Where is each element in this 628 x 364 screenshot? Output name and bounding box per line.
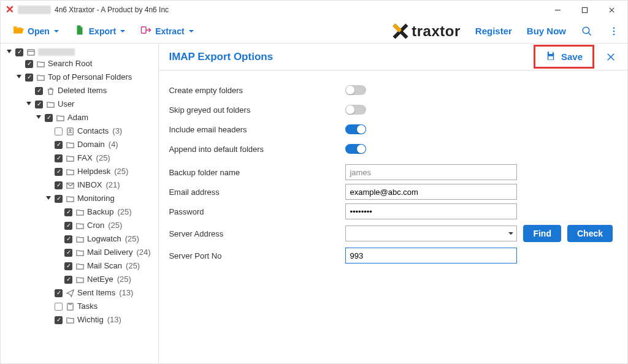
checkbox[interactable] <box>55 141 63 149</box>
sent-icon <box>65 288 75 298</box>
tree-count: (13) <box>107 313 121 327</box>
tree-label: Mail Delivery <box>87 246 132 259</box>
collapse-icon[interactable] <box>6 48 13 56</box>
trash-icon <box>45 86 55 96</box>
export-label: Export <box>89 26 116 36</box>
checkbox[interactable] <box>15 48 23 56</box>
main-panel: IMAP Export Options Save Create empty fo… <box>159 44 627 364</box>
tree-label: User <box>58 97 74 111</box>
buy-now-link[interactable]: Buy Now <box>527 26 566 36</box>
tree-item[interactable]: Adam <box>35 111 157 124</box>
tree-item[interactable]: Top of Personal Folders <box>15 70 157 84</box>
tree-count: (25) <box>125 232 139 246</box>
password-input[interactable] <box>345 203 517 219</box>
tree-item[interactable]: Backup(25) <box>55 205 157 219</box>
tasks-icon <box>65 301 75 311</box>
find-button[interactable]: Find <box>523 225 561 242</box>
server-address-combo[interactable] <box>345 226 517 241</box>
tree-item[interactable]: Logwatch(25) <box>55 232 157 246</box>
tree-item[interactable]: Cron(25) <box>55 219 157 232</box>
tree-item[interactable]: Mail Scan(25) <box>55 259 157 273</box>
tree-label: Sent Items <box>77 286 115 300</box>
tree-item[interactable]: Mail Delivery(24) <box>55 246 157 259</box>
search-button[interactable] <box>581 25 593 37</box>
checkbox[interactable] <box>55 195 63 203</box>
tree-item[interactable]: User <box>25 97 157 111</box>
tree-item[interactable]: FAX(25) <box>45 151 157 165</box>
tree-root[interactable] <box>6 47 157 57</box>
checkbox[interactable] <box>55 316 63 324</box>
tree-label: NetEye <box>87 273 113 286</box>
register-link[interactable]: Register <box>475 26 512 36</box>
checkbox[interactable] <box>55 303 63 311</box>
svg-point-2 <box>583 27 589 34</box>
folder-icon <box>36 59 45 69</box>
save-button[interactable]: Save <box>534 45 594 69</box>
server-port-input[interactable] <box>345 248 517 264</box>
password-label: Password <box>169 207 345 216</box>
collapse-icon[interactable] <box>35 114 42 121</box>
close-window-button[interactable] <box>598 1 625 18</box>
tree-item[interactable]: Domain(4) <box>45 138 157 151</box>
folder-icon <box>75 207 85 217</box>
tree-count: (25) <box>96 151 110 165</box>
checkbox[interactable] <box>35 87 43 95</box>
tree-item[interactable]: INBOX(21) <box>45 178 157 192</box>
panel-title: IMAP Export Options <box>169 51 273 63</box>
tree-item[interactable]: NetEye(25) <box>55 273 157 286</box>
tree-label: Deleted Items <box>58 84 107 97</box>
open-button[interactable]: Open <box>8 22 64 40</box>
checkbox[interactable] <box>55 181 63 189</box>
tree-item[interactable]: Tasks <box>45 300 157 313</box>
tree-item[interactable]: Contacts(3) <box>45 124 157 138</box>
more-menu-button[interactable] <box>608 25 620 37</box>
checkbox[interactable] <box>64 276 72 284</box>
folder-icon <box>65 153 75 163</box>
collapse-icon[interactable] <box>25 100 33 108</box>
export-button[interactable]: Export <box>69 22 131 40</box>
checkbox[interactable] <box>64 249 72 257</box>
checkbox[interactable] <box>55 127 63 135</box>
tree-item[interactable]: Wichtig(13) <box>45 313 157 327</box>
collapse-icon[interactable] <box>15 74 23 81</box>
maximize-button[interactable] <box>571 1 598 18</box>
chevron-down-icon <box>508 229 514 238</box>
email-input[interactable] <box>345 184 517 200</box>
open-label: Open <box>28 26 50 36</box>
tree-item[interactable]: Search Root <box>15 57 157 70</box>
check-button[interactable]: Check <box>567 225 613 242</box>
backup-folder-label: Backup folder name <box>169 168 345 177</box>
folder-icon <box>65 167 75 176</box>
folder-icon <box>75 261 85 271</box>
checkbox[interactable] <box>55 154 63 162</box>
checkbox[interactable] <box>35 100 43 108</box>
toggle-create-empty[interactable] <box>345 85 366 95</box>
checkbox[interactable] <box>55 168 63 176</box>
checkbox[interactable] <box>64 222 72 230</box>
checkbox[interactable] <box>55 289 63 297</box>
checkbox[interactable] <box>25 60 33 68</box>
toggle-append-default[interactable] <box>345 144 366 154</box>
checkbox[interactable] <box>64 208 72 216</box>
contacts-icon <box>65 126 75 136</box>
collapse-icon[interactable] <box>45 195 52 202</box>
panel-header: IMAP Export Options Save <box>159 44 627 70</box>
tree-label: Top of Personal Folders <box>48 70 132 84</box>
tree-count: (25) <box>108 219 122 232</box>
tree-item[interactable]: Deleted Items <box>25 84 157 97</box>
close-panel-button[interactable] <box>604 50 618 64</box>
tree-item[interactable]: Sent Items(13) <box>45 286 157 300</box>
toggle-skip-greyed[interactable] <box>345 105 366 115</box>
tree-label: Tasks <box>77 300 98 313</box>
checkbox[interactable] <box>25 74 33 82</box>
checkbox[interactable] <box>64 235 72 243</box>
checkbox[interactable] <box>64 262 72 270</box>
extract-button[interactable]: Extract <box>136 22 199 40</box>
checkbox[interactable] <box>45 114 53 122</box>
minimize-button[interactable] <box>544 1 571 18</box>
tree-item[interactable]: Monitoring <box>45 192 157 205</box>
backup-folder-input[interactable] <box>345 164 517 180</box>
tree-item[interactable]: Helpdesk(25) <box>45 165 157 178</box>
toggle-email-headers[interactable] <box>345 124 366 134</box>
save-icon <box>545 50 556 63</box>
